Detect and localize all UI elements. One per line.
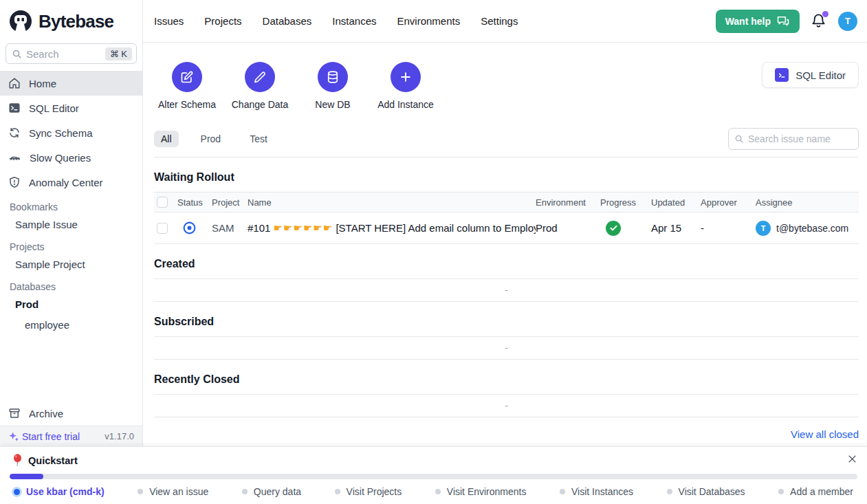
quickstart-step-view-issue[interactable]: View an issue <box>138 486 208 497</box>
col-assignee: Assignee <box>756 197 859 208</box>
bytebase-logo-icon <box>8 9 33 34</box>
quickstart-step-visit-databases[interactable]: Visit Databases <box>667 486 745 497</box>
sidebar-item-prod[interactable]: Prod <box>0 294 142 314</box>
want-help-button[interactable]: Want help <box>716 10 800 33</box>
new-db-button[interactable]: New DB <box>300 62 366 110</box>
issue-environment: Prod <box>536 222 600 234</box>
nav-environments[interactable]: Environments <box>397 15 460 27</box>
sql-editor-icon <box>775 68 789 82</box>
change-data-button[interactable]: Change Data <box>227 62 293 110</box>
sidebar-item-sync-schema[interactable]: Sync Schema <box>0 120 142 145</box>
quick-action-label: Add Instance <box>377 99 434 110</box>
issue-assignee: T t@bytebase.com <box>756 221 859 236</box>
sidebar: Bytebase Search ⌘ K Home SQL Editor <box>0 0 143 446</box>
quick-action-label: New DB <box>315 99 350 110</box>
bytebase-app: Bytebase Search ⌘ K Home SQL Editor <box>0 0 867 504</box>
sidebar-item-label: Home <box>29 78 56 89</box>
quickstart-step-kbar[interactable]: Use kbar (cmd-k) <box>14 486 105 497</box>
quick-action-label: Alter Schema <box>158 99 216 110</box>
topbar: Issues Projects Databases Instances Envi… <box>143 0 867 43</box>
tab-all[interactable]: All <box>154 131 179 147</box>
sidebar-item-anomaly-center[interactable]: Anomaly Center <box>0 170 142 195</box>
sidebar-item-label: Slow Queries <box>30 152 91 164</box>
col-status: Status <box>177 197 212 208</box>
sidebar-section-databases: Databases <box>0 274 142 294</box>
step-label: Visit Environments <box>447 486 527 497</box>
step-dot-icon <box>242 489 248 494</box>
notification-badge <box>822 11 828 17</box>
quickstart-step-visit-projects[interactable]: Visit Projects <box>335 486 402 497</box>
logo[interactable]: Bytebase <box>0 0 142 39</box>
select-all-checkbox[interactable] <box>157 197 168 208</box>
step-label: Add a member <box>790 486 853 497</box>
nav-databases[interactable]: Databases <box>263 15 312 27</box>
logo-wordmark: Bytebase <box>39 11 113 32</box>
sidebar-item-home[interactable]: Home <box>0 71 142 96</box>
sidebar-item-archive[interactable]: Archive <box>0 401 142 426</box>
add-instance-button[interactable]: Add Instance <box>373 62 439 110</box>
help-button-label: Want help <box>725 16 771 27</box>
issue-search-input[interactable]: Search issue name <box>728 128 859 150</box>
view-all-closed-link[interactable]: View all closed <box>791 428 859 440</box>
plus-icon <box>391 62 421 92</box>
quickstart-steps: Use kbar (cmd-k) View an issue Query dat… <box>10 486 857 498</box>
sidebar-section-bookmarks: Bookmarks <box>0 195 142 214</box>
chat-bubbles-icon <box>776 15 790 27</box>
database-icon <box>318 62 348 92</box>
sidebar-item-sample-issue[interactable]: Sample Issue <box>0 214 142 234</box>
sql-editor-button[interactable]: SQL Editor <box>762 62 859 88</box>
pencil-icon <box>245 62 275 92</box>
sidebar-item-employee[interactable]: employee <box>0 314 142 335</box>
step-dot-icon <box>667 489 672 494</box>
tab-test[interactable]: Test <box>243 131 274 147</box>
issue-name[interactable]: #101 ☛☛☛☛☛☛ [START HERE] Add email colum… <box>248 222 536 234</box>
sparkles-icon <box>8 431 19 442</box>
edit-square-icon <box>172 62 202 92</box>
step-label: Visit Instances <box>571 486 633 497</box>
search-icon <box>12 49 22 59</box>
quickstart-step-add-member[interactable]: Add a member <box>778 486 853 497</box>
col-project: Project <box>212 197 248 208</box>
balloon-icon <box>12 454 23 467</box>
issue-row[interactable]: SAM #101 ☛☛☛☛☛☛ [START HERE] Add email c… <box>154 212 859 244</box>
sidebar-item-sample-project[interactable]: Sample Project <box>0 254 142 274</box>
step-dot-icon <box>138 489 143 494</box>
step-label: Use kbar (cmd-k) <box>26 486 105 497</box>
turtle-icon <box>8 151 21 164</box>
section-title-subscribed: Subscribed <box>154 316 859 328</box>
step-dot-icon <box>560 489 565 494</box>
search-shortcut-badge: ⌘ K <box>105 47 132 61</box>
quickstart-progress-fill <box>10 474 43 479</box>
section-title-created: Created <box>154 258 859 270</box>
nav-instances[interactable]: Instances <box>332 15 376 27</box>
sidebar-item-sql-editor[interactable]: SQL Editor <box>0 96 142 120</box>
quickstart-step-query-data[interactable]: Query data <box>242 486 301 497</box>
row-checkbox[interactable] <box>157 223 168 234</box>
sidebar-search-input[interactable]: Search ⌘ K <box>6 43 137 64</box>
issue-updated: Apr 15 <box>651 222 701 234</box>
sidebar-item-label: SQL Editor <box>29 102 79 114</box>
nav-projects[interactable]: Projects <box>204 15 241 27</box>
sidebar-item-label: Anomaly Center <box>29 177 103 188</box>
step-dot-icon <box>335 489 340 494</box>
home-main: Alter Schema Change Data N <box>143 43 867 446</box>
top-navigation: Issues Projects Databases Instances Envi… <box>154 15 518 27</box>
sidebar-item-slow-queries[interactable]: Slow Queries <box>0 145 142 170</box>
alter-schema-button[interactable]: Alter Schema <box>154 62 220 110</box>
tab-prod[interactable]: Prod <box>194 131 228 147</box>
col-environment: Environment <box>536 197 600 208</box>
section-title-waiting-rollout: Waiting Rollout <box>154 171 859 184</box>
assignee-email: t@bytebase.com <box>776 223 848 234</box>
sidebar-item-label: Archive <box>29 408 63 419</box>
issue-approver: - <box>701 222 756 234</box>
nav-settings[interactable]: Settings <box>481 15 518 27</box>
start-free-trial-link[interactable]: Start free trial <box>8 431 80 442</box>
notifications-bell[interactable] <box>811 13 827 30</box>
status-open-icon <box>177 221 212 235</box>
sync-icon <box>8 127 21 139</box>
nav-issues[interactable]: Issues <box>154 15 184 27</box>
quickstart-step-visit-environments[interactable]: Visit Environments <box>435 486 527 497</box>
user-avatar[interactable]: T <box>838 12 857 31</box>
close-icon[interactable] <box>847 454 857 464</box>
quickstart-step-visit-instances[interactable]: Visit Instances <box>560 486 633 497</box>
